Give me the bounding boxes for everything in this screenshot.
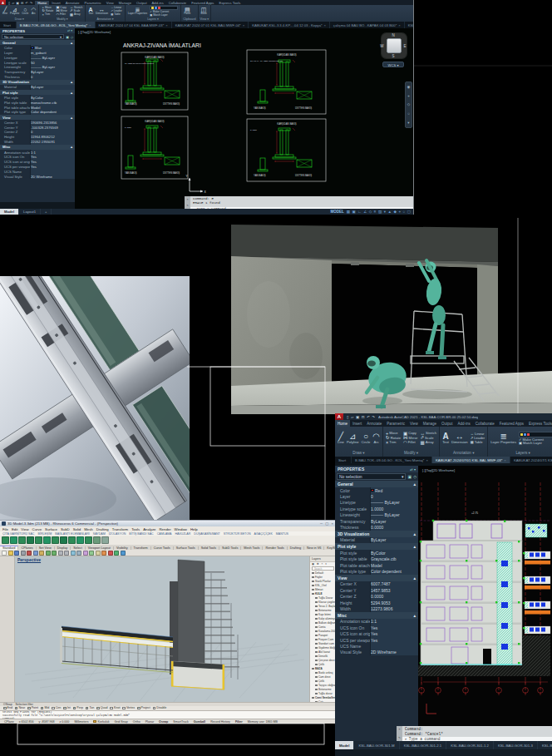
dimension-button[interactable]: ↔Dimension (96, 7, 108, 15)
ribbon-tab[interactable]: Parametric (82, 1, 104, 5)
toolbar-tab[interactable]: KeyShot (324, 546, 336, 550)
status-icon[interactable]: ≡ (374, 210, 377, 214)
toolbar-tab[interactable]: Surface Tools (174, 546, 199, 550)
property-row[interactable]: Width12273.9806 (335, 605, 418, 611)
toolbar-icon[interactable] (83, 551, 88, 556)
viewcube-south[interactable]: S (374, 54, 412, 58)
property-row[interactable]: UCS Name (335, 643, 418, 649)
toolbar-icon[interactable] (2, 551, 7, 556)
toolbar-icon[interactable] (14, 551, 19, 556)
line-button[interactable]: ╱Line (338, 432, 344, 444)
palette-icons[interactable]: ⇄ ▾ (410, 467, 416, 472)
file-tab[interactable]: Start (0, 22, 17, 28)
status-icon[interactable]: ∠ (363, 210, 367, 214)
base-view-button[interactable]: ◫Base (201, 7, 207, 15)
properties-section-header[interactable]: Misc▴ (335, 612, 418, 619)
status-icon[interactable]: ▢ (407, 210, 411, 214)
rhino-side-toolbar[interactable] (0, 556, 15, 702)
toolbar-icon[interactable] (58, 551, 63, 556)
property-row[interactable]: UCS icon at originYes (335, 630, 418, 636)
property-row[interactable]: MaterialByLayer (335, 537, 418, 543)
file-tab[interactable]: KABUKAT-2024/07/01 KSL.BAL.MWF-03*× (432, 457, 510, 463)
file-tab[interactable]: KSL.BAA.COR.BR_06_25.02.2024*× (405, 22, 413, 28)
toolbar-icon[interactable] (43, 536, 51, 544)
text-button[interactable]: AText (442, 432, 449, 444)
status-pane[interactable]: Gumball (193, 720, 205, 724)
menu-item[interactable]: Render (160, 527, 171, 531)
osnap-toggle[interactable]: Cen (52, 706, 61, 709)
menu-item[interactable]: Help (190, 527, 198, 531)
quick-link[interactable]: SAYDAM (93, 532, 106, 536)
toolbar-icon[interactable] (21, 551, 26, 556)
toolbar-icon[interactable] (27, 536, 34, 544)
toolbar-icon[interactable] (64, 551, 69, 556)
qat-icon[interactable]: ▱ (351, 415, 353, 419)
toolbar-tab[interactable]: SubD Tools (219, 546, 241, 550)
zoom-icon[interactable]: ◇ (407, 102, 410, 106)
dimension-button[interactable]: ↔Dimension (451, 432, 468, 444)
status-pane[interactable]: SmartTrack (172, 720, 188, 724)
selection-filter-tab[interactable]: Selection filter (16, 703, 33, 706)
full-navigation-wheel-icon[interactable]: ◉ (407, 85, 411, 89)
osnap-toggle[interactable]: Quad (96, 706, 107, 709)
wcs-button[interactable]: WCS ▾ (382, 62, 404, 67)
toolbar-tab[interactable]: Render Tools (263, 546, 287, 550)
osnap-toggle[interactable]: Disable (153, 706, 167, 709)
toolbar-icon[interactable] (18, 536, 26, 544)
status-icon[interactable]: ▨ (378, 210, 382, 214)
ribbon-tab[interactable]: Collaborate (473, 420, 497, 427)
layout-tab[interactable]: KSL-BAU-GOR-301-4.1 (538, 741, 552, 749)
file-tab[interactable]: Start (335, 457, 352, 463)
menu-item[interactable]: File (2, 527, 8, 531)
ribbon-tab[interactable]: Parametric (384, 420, 407, 427)
toolbar-icon[interactable] (2, 536, 9, 544)
status-icon[interactable]: + (398, 210, 401, 214)
status-icon[interactable]: ○ (403, 210, 406, 214)
quick-link[interactable]: BAĞLANTI ELEMANLARI (55, 532, 90, 536)
selection-dropdown[interactable]: No selection▾ (2, 34, 64, 39)
status-icon[interactable]: ▲ (387, 210, 391, 214)
toolbar-tab[interactable]: Drafting (288, 546, 304, 550)
property-row[interactable]: Center X6007.7487 (335, 581, 418, 587)
osnap-toggle[interactable]: End (3, 706, 12, 709)
modify-tool-button[interactable]: ▦Array (70, 13, 82, 17)
ribbon-tab[interactable]: Annotate (63, 1, 82, 5)
property-row[interactable]: Linetype——— ByLayer (335, 500, 418, 506)
layer-properties-button[interactable]: ≣Layer Properties (128, 7, 147, 15)
properties-section-header[interactable]: 3D Visualization▴ (335, 531, 418, 537)
ribbon-tab[interactable]: Express Tools (216, 1, 243, 5)
file-tab[interactable]: KABUKAT 2024 07 01 KSL.BAU.MWF-04*× (172, 22, 249, 28)
property-row[interactable]: Plot style typeColor dependent (335, 568, 418, 574)
status-pane[interactable]: Millimeters (73, 720, 88, 724)
status-pane[interactable]: CPlane (3, 720, 14, 724)
quick-link[interactable]: HAVUZLAR (175, 532, 190, 536)
property-row[interactable]: Plot style typeColor dependent (0, 110, 75, 115)
status-icon[interactable]: ◇ (369, 210, 372, 214)
menu-item[interactable]: Window (175, 527, 187, 531)
menu-item[interactable]: Transform (112, 527, 128, 531)
toolbar-icon[interactable] (71, 551, 76, 556)
layout-tab[interactable]: KSL-BAU-GOR-301-M (354, 741, 399, 749)
palette-icons[interactable]: ⇄ ▾ (67, 29, 72, 32)
modify-tool-button[interactable]: ◠Fillet (403, 441, 417, 446)
selection-dropdown[interactable]: No selection▾ (337, 473, 406, 480)
model-space-indicator[interactable]: MODEL (331, 210, 344, 214)
qat-icon[interactable]: ▣ (16, 1, 19, 5)
annotation-tool-button[interactable]: ▦Table (471, 441, 485, 444)
property-row[interactable]: Visual Style2D Wireframe (0, 175, 75, 180)
toolbar-tab[interactable]: Transform (131, 546, 151, 550)
status-pane[interactable]: Ortho (132, 720, 140, 724)
quick-link[interactable]: BİTİŞ BANDI SAC (129, 532, 153, 536)
layer-dropdown[interactable]: ▾ (519, 432, 552, 437)
ribbon-tab[interactable]: Manage (421, 420, 439, 427)
file-tab[interactable]: B.BAU-TOK-.09-04-GO...KOL_Yeni Montaj*× (352, 457, 432, 463)
window-controls[interactable]: ─ ▢ × (320, 521, 334, 526)
select-objects-icon[interactable]: ◇ (413, 474, 416, 479)
qat-icon[interactable]: ▯ (8, 1, 10, 5)
circle-button[interactable]: ○Circle (22, 7, 28, 15)
property-row[interactable]: Center Z0.0000 (335, 593, 418, 599)
close-icon[interactable]: × (186, 198, 188, 201)
modify-tool-button[interactable]: ×Trim (386, 441, 401, 446)
polyline-button[interactable]: ⊿Polyline (347, 432, 359, 444)
showmotion-icon[interactable]: ▾ (407, 121, 409, 125)
